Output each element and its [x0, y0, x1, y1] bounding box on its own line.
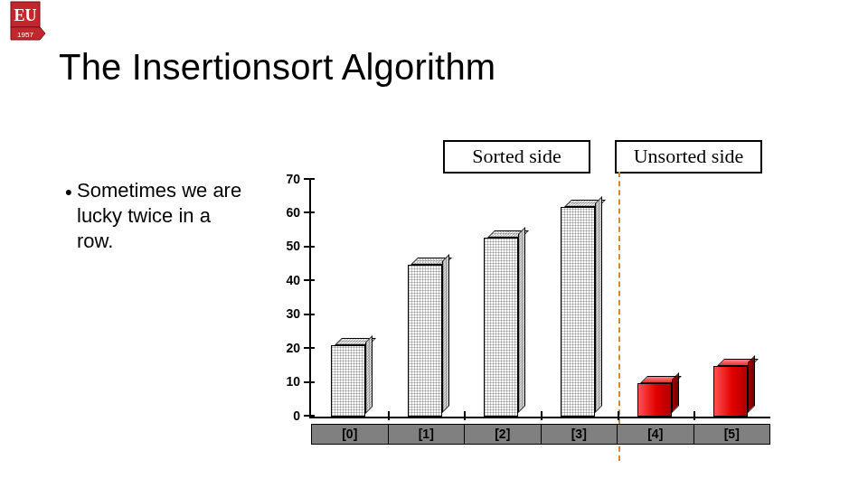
logo-letters: EU: [14, 6, 36, 24]
bar-front: [561, 207, 595, 417]
bar-front: [637, 383, 672, 417]
logo-year: 1957: [17, 31, 33, 39]
unsorted-side-label: Unsorted side: [615, 140, 762, 174]
page-title: The Insertionsort Algorithm: [59, 47, 495, 88]
bullet-text: Sometimes we are lucky twice in a row.: [77, 179, 241, 252]
x-tick: [541, 411, 542, 420]
ytick-label: 30: [271, 306, 300, 321]
x-axis-labels: [0] [1] [2] [3] [4] [5]: [311, 424, 770, 445]
ytick-label: 60: [271, 205, 300, 220]
bar-front: [408, 265, 442, 417]
ytick-label: 50: [271, 239, 300, 253]
x-axis-line: [309, 417, 770, 418]
x-tick: [464, 411, 466, 420]
bar-chart: 0 10 20 30 40 50 60 70: [271, 178, 770, 445]
bar-side: [595, 196, 602, 413]
bullet-dot-icon: •: [65, 180, 72, 205]
bar-side: [748, 355, 755, 413]
ytick-label: 20: [271, 341, 300, 355]
ytick-label: 70: [271, 172, 300, 186]
bar-side: [518, 227, 525, 413]
x-label: [0]: [312, 425, 389, 444]
x-tick: [388, 411, 390, 420]
x-tick: [618, 411, 619, 420]
x-tick: [693, 411, 695, 420]
x-label: [1]: [389, 425, 466, 444]
ytick-label: 10: [271, 374, 300, 389]
bar-front: [484, 238, 518, 417]
bars-area: [311, 180, 770, 417]
ytick-label: 0: [271, 408, 300, 423]
x-label: [4]: [618, 425, 694, 444]
sorted-side-label: Sorted side: [443, 140, 590, 174]
slide: EU 1957 The Insertionsort Algorithm • So…: [0, 0, 868, 488]
bar-side: [365, 335, 373, 414]
x-label: [3]: [542, 425, 618, 444]
bullet-item: • Sometimes we are lucky twice in a row.: [77, 178, 244, 254]
x-label: [2]: [465, 425, 542, 444]
x-label: [5]: [694, 425, 771, 444]
bar-side: [442, 254, 449, 413]
bar-front: [713, 366, 748, 417]
eu-logo: EU 1957: [7, 0, 47, 43]
bar-front: [331, 345, 365, 417]
ytick-label: 40: [271, 273, 300, 287]
bar-side: [672, 372, 679, 413]
